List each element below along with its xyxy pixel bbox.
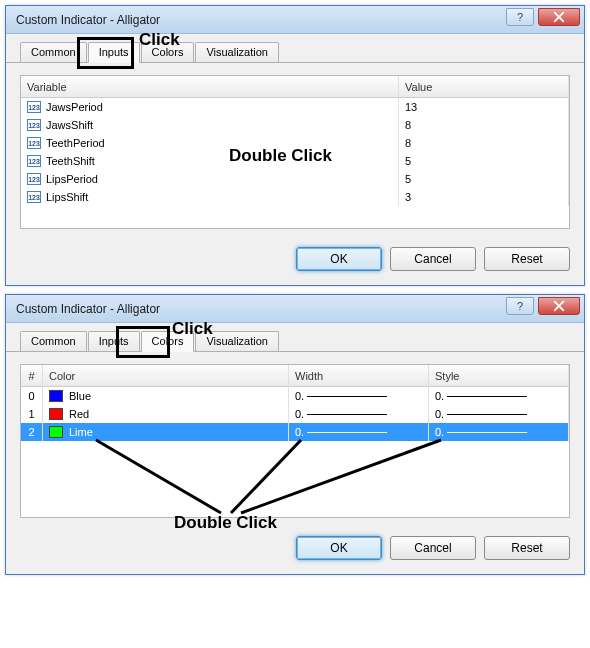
table-row[interactable]: 123JawsPeriod 13 <box>21 98 569 116</box>
color-name: Blue <box>69 390 91 402</box>
color-name: Lime <box>69 426 93 438</box>
color-swatch <box>49 426 63 438</box>
width-value: 0. <box>295 408 304 420</box>
row-index: 0 <box>21 387 43 405</box>
color-swatch <box>49 390 63 402</box>
var-name: TeethPeriod <box>46 137 105 149</box>
number-icon: 123 <box>27 155 41 167</box>
table-row[interactable]: 123LipsPeriod 5 <box>21 170 569 188</box>
table-row[interactable]: 2 Lime 0. 0. <box>21 423 569 441</box>
table-row[interactable]: 123TeethShift 5 <box>21 152 569 170</box>
line-sample <box>307 414 387 415</box>
row-index: 2 <box>21 423 43 441</box>
line-sample <box>447 414 527 415</box>
var-name: JawsShift <box>46 119 93 131</box>
tab-common[interactable]: Common <box>20 331 87 351</box>
number-icon: 123 <box>27 191 41 203</box>
line-sample <box>447 432 527 433</box>
button-row: OK Cancel Reset <box>6 528 584 574</box>
table-row[interactable]: 123TeethPeriod 8 <box>21 134 569 152</box>
close-button[interactable] <box>538 8 580 26</box>
inputs-grid[interactable]: Variable Value 123JawsPeriod 13 123JawsS… <box>20 75 570 229</box>
titlebar[interactable]: Custom Indicator - Alligator ? <box>6 6 584 34</box>
close-button[interactable] <box>538 297 580 315</box>
color-swatch <box>49 408 63 420</box>
header-style[interactable]: Style <box>429 365 569 387</box>
tab-visualization[interactable]: Visualization <box>195 42 279 62</box>
var-value[interactable]: 5 <box>399 170 569 188</box>
tab-colors[interactable]: Colors <box>141 42 195 62</box>
ok-button[interactable]: OK <box>296 536 382 560</box>
color-name: Red <box>69 408 89 420</box>
style-value: 0. <box>435 390 444 402</box>
line-sample <box>447 396 527 397</box>
tab-visualization[interactable]: Visualization <box>195 331 279 351</box>
reset-button[interactable]: Reset <box>484 247 570 271</box>
help-button[interactable]: ? <box>506 8 534 26</box>
row-index: 1 <box>21 405 43 423</box>
number-icon: 123 <box>27 137 41 149</box>
style-value: 0. <box>435 426 444 438</box>
table-row[interactable]: 1 Red 0. 0. <box>21 405 569 423</box>
table-row[interactable]: 123JawsShift 8 <box>21 116 569 134</box>
line-sample <box>307 432 387 433</box>
var-name: JawsPeriod <box>46 101 103 113</box>
tab-common[interactable]: Common <box>20 42 87 62</box>
number-icon: 123 <box>27 101 41 113</box>
table-row[interactable]: 0 Blue 0. 0. <box>21 387 569 405</box>
header-variable[interactable]: Variable <box>21 76 399 98</box>
var-value[interactable]: 5 <box>399 152 569 170</box>
var-value[interactable]: 8 <box>399 134 569 152</box>
header-color[interactable]: Color <box>43 365 289 387</box>
reset-button[interactable]: Reset <box>484 536 570 560</box>
style-value: 0. <box>435 408 444 420</box>
tab-bar: Common Inputs Colors Visualization <box>6 331 584 352</box>
cancel-button[interactable]: Cancel <box>390 247 476 271</box>
title-text: Custom Indicator - Alligator <box>16 302 506 316</box>
ok-button[interactable]: OK <box>296 247 382 271</box>
tab-bar: Common Inputs Colors Visualization <box>6 42 584 63</box>
table-row[interactable]: 123LipsShift 3 <box>21 188 569 206</box>
var-value[interactable]: 3 <box>399 188 569 206</box>
line-sample <box>307 396 387 397</box>
width-value: 0. <box>295 426 304 438</box>
colors-grid[interactable]: # Color Width Style 0 Blue 0. 0. 1 Red 0… <box>20 364 570 518</box>
button-row: OK Cancel Reset <box>6 239 584 285</box>
dialog-colors: Custom Indicator - Alligator ? Common In… <box>5 294 585 575</box>
cancel-button[interactable]: Cancel <box>390 536 476 560</box>
header-width[interactable]: Width <box>289 365 429 387</box>
width-value: 0. <box>295 390 304 402</box>
header-value[interactable]: Value <box>399 76 569 98</box>
tab-inputs[interactable]: Inputs <box>88 42 140 63</box>
var-value[interactable]: 13 <box>399 98 569 116</box>
tab-colors[interactable]: Colors <box>141 331 195 352</box>
titlebar[interactable]: Custom Indicator - Alligator ? <box>6 295 584 323</box>
header-index[interactable]: # <box>21 365 43 387</box>
title-text: Custom Indicator - Alligator <box>16 13 506 27</box>
var-value[interactable]: 8 <box>399 116 569 134</box>
help-button[interactable]: ? <box>506 297 534 315</box>
var-name: TeethShift <box>46 155 95 167</box>
var-name: LipsShift <box>46 191 88 203</box>
number-icon: 123 <box>27 173 41 185</box>
number-icon: 123 <box>27 119 41 131</box>
tab-inputs[interactable]: Inputs <box>88 331 140 351</box>
var-name: LipsPeriod <box>46 173 98 185</box>
dialog-inputs: Custom Indicator - Alligator ? Common In… <box>5 5 585 286</box>
